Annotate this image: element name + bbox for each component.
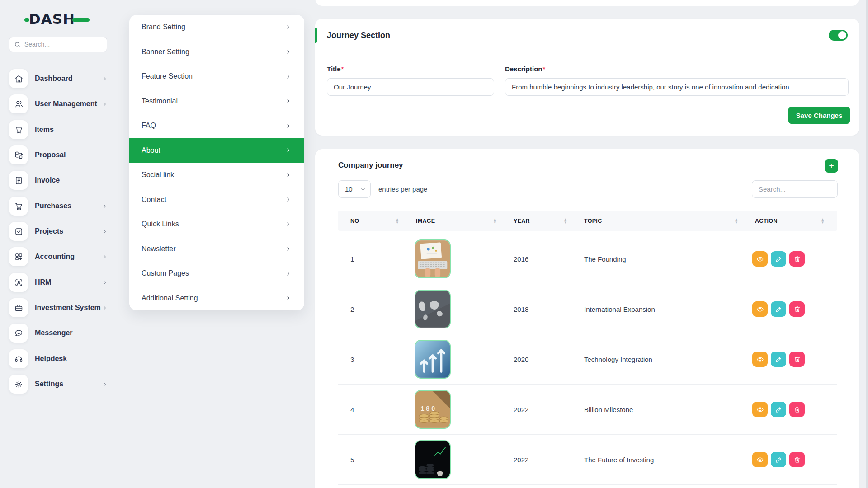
delete-button[interactable]	[789, 251, 805, 267]
company-journey-card: Company journey + 10 entries per page NO…	[315, 149, 859, 488]
sidebar-item-label: Proposal	[35, 151, 66, 159]
sidebar-item-proposal[interactable]: Proposal	[9, 145, 108, 164]
submenu-item-additional-setting[interactable]: Additional Setting	[129, 286, 304, 311]
view-button[interactable]	[752, 352, 768, 367]
journey-section-toggle[interactable]	[829, 30, 848, 41]
cell-year: 2022	[501, 456, 572, 464]
scrollbar-track[interactable]	[866, 0, 868, 488]
delete-button[interactable]	[789, 452, 805, 467]
chevron-right-icon	[285, 98, 291, 104]
chevron-right-icon	[285, 49, 291, 55]
users-icon	[9, 94, 28, 113]
sidebar-item-accounting[interactable]: Accounting	[9, 247, 108, 266]
sidebar-item-user-management[interactable]: User Management	[9, 94, 108, 113]
table-search-input[interactable]	[752, 180, 838, 198]
sidebar-item-label: Dashboard	[35, 75, 73, 83]
edit-button[interactable]	[771, 402, 786, 417]
submenu-item-label: Additional Setting	[142, 294, 198, 302]
column-header-topic: TOPIC▲▼	[572, 218, 743, 224]
table-row: 41 8 02022Billion Milestone	[338, 385, 837, 435]
journey-section-card: Journey Section Title* Description* Save…	[315, 19, 859, 136]
search-icon	[14, 41, 21, 48]
submenu-item-brand-setting[interactable]: Brand Setting	[129, 15, 304, 40]
cell-image	[404, 440, 501, 479]
submenu-item-banner-setting[interactable]: Banner Setting	[129, 40, 304, 65]
view-button[interactable]	[752, 301, 768, 317]
sidebar-search-input[interactable]	[24, 41, 102, 48]
edit-button[interactable]	[771, 301, 786, 317]
sort-arrows-icon[interactable]: ▲▼	[396, 218, 399, 224]
journey-section-heading: Journey Section	[327, 31, 390, 40]
view-button[interactable]	[752, 452, 768, 467]
sidebar-item-projects[interactable]: Projects	[9, 222, 108, 241]
chevron-right-icon	[285, 147, 291, 153]
sidebar-item-investment-system[interactable]: Investment System	[9, 298, 108, 317]
submenu-item-newsletter[interactable]: Newsletter	[129, 237, 304, 262]
delete-button[interactable]	[789, 352, 805, 367]
submenu-item-about[interactable]: About	[129, 138, 304, 163]
sort-arrows-icon[interactable]: ▲▼	[493, 218, 497, 224]
edit-button[interactable]	[771, 251, 786, 267]
sidebar-item-helpdesk[interactable]: Helpdesk	[9, 349, 108, 368]
entries-per-page-value: 10	[345, 185, 353, 193]
chevron-right-icon	[285, 271, 291, 277]
sidebar-item-settings[interactable]: Settings	[9, 375, 108, 394]
trash-icon	[793, 356, 801, 363]
pencil-icon	[775, 406, 783, 413]
description-field[interactable]	[505, 78, 849, 96]
submenu-item-custom-pages[interactable]: Custom Pages	[129, 261, 304, 286]
column-header-label: ACTION	[755, 218, 778, 224]
sidebar-item-purchases[interactable]: Purchases	[9, 197, 108, 216]
view-button[interactable]	[752, 402, 768, 417]
check-square-icon	[9, 222, 28, 241]
edit-button[interactable]	[771, 452, 786, 467]
briefcase-icon	[9, 298, 28, 317]
toggle-knob	[838, 31, 846, 39]
cell-actions	[743, 402, 837, 417]
sidebar-item-invoice[interactable]: Invoice	[9, 171, 108, 190]
edit-button[interactable]	[771, 352, 786, 367]
sidebar-item-label: Invoice	[35, 176, 60, 184]
submenu-item-feature-section[interactable]: Feature Section	[129, 64, 304, 89]
submenu-item-label: Newsletter	[142, 245, 176, 253]
submenu-item-label: Social link	[142, 171, 174, 179]
cell-year: 2016	[501, 255, 572, 263]
growth-arrows-photo	[415, 340, 451, 379]
cell-image	[404, 340, 501, 379]
chevron-right-icon	[285, 123, 291, 129]
sort-arrows-icon[interactable]: ▲▼	[564, 218, 567, 224]
save-changes-button[interactable]: Save Changes	[788, 107, 850, 124]
chevron-right-icon	[285, 221, 291, 227]
chevron-right-icon	[285, 74, 291, 80]
description-field-label: Description*	[505, 65, 545, 73]
submenu-item-testimonial[interactable]: Testimonial	[129, 89, 304, 114]
cell-image: 1 8 0	[404, 390, 501, 429]
submenu-item-label: FAQ	[142, 122, 156, 130]
sidebar-item-items[interactable]: Items	[9, 120, 108, 139]
sidebar-item-messenger[interactable]: Messenger	[9, 324, 108, 343]
sort-arrows-icon[interactable]: ▲▼	[735, 218, 738, 224]
submenu-item-social-link[interactable]: Social link	[129, 163, 304, 188]
brand-logo[interactable]: DASH	[29, 11, 88, 29]
delete-button[interactable]	[789, 402, 805, 417]
sidebar-search[interactable]	[9, 37, 107, 52]
submenu-item-faq[interactable]: FAQ	[129, 113, 304, 138]
submenu-item-quick-links[interactable]: Quick Links	[129, 212, 304, 237]
submenu-item-contact[interactable]: Contact	[129, 188, 304, 212]
table-row: 12016The Founding	[338, 234, 837, 284]
chevron-right-icon	[285, 197, 291, 202]
sort-arrows-icon[interactable]: ▲▼	[821, 218, 825, 224]
title-field[interactable]	[327, 78, 494, 96]
sidebar-item-label: Messenger	[35, 329, 73, 337]
add-journey-button[interactable]: +	[825, 159, 838, 173]
view-button[interactable]	[752, 251, 768, 267]
sidebar-item-hrm[interactable]: HRM	[9, 273, 108, 292]
required-asterisk: *	[543, 65, 546, 73]
sidebar-item-dashboard[interactable]: Dashboard	[9, 69, 108, 88]
entries-per-page-select[interactable]: 10	[338, 180, 371, 198]
pencil-icon	[775, 456, 783, 464]
eye-icon	[756, 456, 764, 464]
card-divider	[315, 52, 859, 52]
delete-button[interactable]	[789, 301, 805, 317]
column-header-action: ACTION▲▼	[743, 218, 837, 224]
